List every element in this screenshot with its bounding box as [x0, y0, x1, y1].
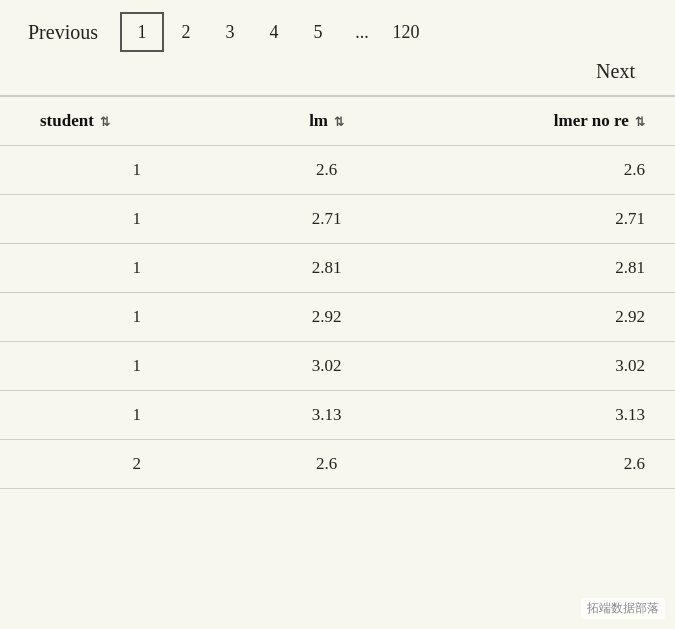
watermark: 拓端数据部落 — [581, 598, 665, 619]
cell-lm: 2.6 — [254, 146, 400, 195]
page-last-button[interactable]: 120 — [384, 12, 428, 52]
page-5-button[interactable]: 5 — [296, 12, 340, 52]
table-row: 12.712.71 — [0, 195, 675, 244]
cell-student: 1 — [0, 293, 254, 342]
table-row: 12.922.92 — [0, 293, 675, 342]
table-row: 12.812.81 — [0, 244, 675, 293]
cell-lmer-no-re: 2.92 — [400, 293, 675, 342]
table-row: 13.023.02 — [0, 342, 675, 391]
table-header-row: student ⇅ lm ⇅ lmer no re ⇅ — [0, 97, 675, 146]
next-button[interactable]: Next — [596, 56, 635, 87]
cell-lm: 3.02 — [254, 342, 400, 391]
table-body: 12.62.612.712.7112.812.8112.922.9213.023… — [0, 146, 675, 489]
cell-lm: 2.81 — [254, 244, 400, 293]
pagination-area: Previous 1 2 3 4 5 ... 120 Next — [0, 0, 675, 95]
cell-lmer-no-re: 3.13 — [400, 391, 675, 440]
column-header-lm[interactable]: lm ⇅ — [254, 97, 400, 146]
cell-lm: 2.71 — [254, 195, 400, 244]
cell-lmer-no-re: 2.71 — [400, 195, 675, 244]
sort-arrow-lmer-no-re: ⇅ — [635, 115, 645, 129]
cell-lmer-no-re: 3.02 — [400, 342, 675, 391]
page-3-button[interactable]: 3 — [208, 12, 252, 52]
next-row: Next — [20, 56, 655, 87]
data-table: student ⇅ lm ⇅ lmer no re ⇅ 12.62.612.71… — [0, 97, 675, 489]
table-container: student ⇅ lm ⇅ lmer no re ⇅ 12.62.612.71… — [0, 95, 675, 489]
page-4-button[interactable]: 4 — [252, 12, 296, 52]
table-row: 22.62.6 — [0, 440, 675, 489]
cell-student: 1 — [0, 244, 254, 293]
column-header-student[interactable]: student ⇅ — [0, 97, 254, 146]
page-1-button[interactable]: 1 — [120, 12, 164, 52]
table-row: 12.62.6 — [0, 146, 675, 195]
cell-student: 1 — [0, 146, 254, 195]
previous-button[interactable]: Previous — [20, 12, 120, 52]
sort-arrow-student: ⇅ — [100, 115, 110, 129]
pagination-row: Previous 1 2 3 4 5 ... 120 — [20, 12, 428, 52]
cell-lmer-no-re: 2.6 — [400, 440, 675, 489]
cell-lmer-no-re: 2.6 — [400, 146, 675, 195]
column-header-lmer-no-re[interactable]: lmer no re ⇅ — [400, 97, 675, 146]
cell-student: 1 — [0, 342, 254, 391]
cell-student: 2 — [0, 440, 254, 489]
sort-arrow-lm: ⇅ — [334, 115, 344, 129]
cell-lmer-no-re: 2.81 — [400, 244, 675, 293]
cell-lm: 2.92 — [254, 293, 400, 342]
cell-lm: 2.6 — [254, 440, 400, 489]
page-2-button[interactable]: 2 — [164, 12, 208, 52]
cell-student: 1 — [0, 391, 254, 440]
cell-lm: 3.13 — [254, 391, 400, 440]
cell-student: 1 — [0, 195, 254, 244]
page-ellipsis-button[interactable]: ... — [340, 12, 384, 52]
table-row: 13.133.13 — [0, 391, 675, 440]
